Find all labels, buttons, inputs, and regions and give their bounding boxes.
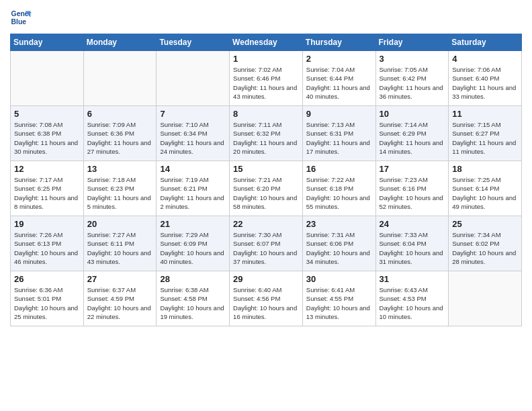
day-info: Sunrise: 7:14 AM Sunset: 6:29 PM Dayligh… bbox=[380, 120, 445, 156]
calendar-day-cell: 21Sunrise: 7:29 AM Sunset: 6:09 PM Dayli… bbox=[157, 216, 230, 271]
day-number: 22 bbox=[233, 219, 299, 229]
day-number: 2 bbox=[306, 54, 372, 64]
day-number: 15 bbox=[233, 164, 299, 174]
day-number: 14 bbox=[160, 164, 226, 174]
day-info: Sunrise: 7:10 AM Sunset: 6:34 PM Dayligh… bbox=[160, 120, 226, 156]
day-number: 9 bbox=[306, 109, 372, 119]
weekday-header: Saturday bbox=[449, 34, 522, 51]
day-info: Sunrise: 6:36 AM Sunset: 5:01 PM Dayligh… bbox=[14, 285, 80, 321]
weekday-header: Friday bbox=[375, 34, 449, 51]
calendar-day-cell: 1Sunrise: 7:02 AM Sunset: 6:46 PM Daylig… bbox=[230, 51, 303, 106]
calendar-day-cell: 10Sunrise: 7:14 AM Sunset: 6:29 PM Dayli… bbox=[375, 106, 449, 161]
calendar-day-cell: 6Sunrise: 7:09 AM Sunset: 6:36 PM Daylig… bbox=[83, 106, 157, 161]
weekday-header: Monday bbox=[83, 34, 157, 51]
weekday-header: Sunday bbox=[11, 34, 84, 51]
calendar-day-cell bbox=[11, 51, 84, 106]
day-number: 27 bbox=[87, 274, 153, 284]
day-info: Sunrise: 7:27 AM Sunset: 6:11 PM Dayligh… bbox=[87, 230, 153, 266]
logo-icon: General Blue bbox=[10, 7, 32, 28]
day-number: 31 bbox=[380, 274, 445, 284]
calendar-day-cell: 20Sunrise: 7:27 AM Sunset: 6:11 PM Dayli… bbox=[83, 216, 157, 271]
calendar-day-cell: 25Sunrise: 7:34 AM Sunset: 6:02 PM Dayli… bbox=[449, 216, 522, 271]
day-info: Sunrise: 7:11 AM Sunset: 6:32 PM Dayligh… bbox=[233, 120, 299, 156]
day-number: 3 bbox=[380, 54, 445, 64]
day-info: Sunrise: 7:02 AM Sunset: 6:46 PM Dayligh… bbox=[233, 65, 299, 101]
calendar-day-cell: 4Sunrise: 7:06 AM Sunset: 6:40 PM Daylig… bbox=[449, 51, 522, 106]
day-info: Sunrise: 6:38 AM Sunset: 4:58 PM Dayligh… bbox=[160, 285, 226, 321]
day-number: 24 bbox=[380, 219, 445, 229]
day-number: 21 bbox=[160, 219, 226, 229]
calendar-day-cell: 14Sunrise: 7:19 AM Sunset: 6:21 PM Dayli… bbox=[157, 161, 230, 216]
day-info: Sunrise: 7:22 AM Sunset: 6:18 PM Dayligh… bbox=[306, 175, 372, 211]
day-info: Sunrise: 7:30 AM Sunset: 6:07 PM Dayligh… bbox=[233, 230, 299, 266]
calendar-page: General Blue SundayMondayTuesdayWednesda… bbox=[0, 0, 532, 411]
day-number: 28 bbox=[160, 274, 226, 284]
calendar-day-cell: 7Sunrise: 7:10 AM Sunset: 6:34 PM Daylig… bbox=[157, 106, 230, 161]
day-number: 12 bbox=[14, 164, 80, 174]
day-info: Sunrise: 7:26 AM Sunset: 6:13 PM Dayligh… bbox=[14, 230, 80, 266]
calendar-day-cell: 11Sunrise: 7:15 AM Sunset: 6:27 PM Dayli… bbox=[449, 106, 522, 161]
calendar-week-row: 19Sunrise: 7:26 AM Sunset: 6:13 PM Dayli… bbox=[11, 216, 522, 271]
day-info: Sunrise: 6:41 AM Sunset: 4:55 PM Dayligh… bbox=[306, 285, 372, 321]
calendar-day-cell: 16Sunrise: 7:22 AM Sunset: 6:18 PM Dayli… bbox=[302, 161, 375, 216]
day-number: 11 bbox=[452, 109, 518, 119]
calendar-week-row: 5Sunrise: 7:08 AM Sunset: 6:38 PM Daylig… bbox=[11, 106, 522, 161]
calendar-day-cell: 27Sunrise: 6:37 AM Sunset: 4:59 PM Dayli… bbox=[83, 271, 157, 326]
day-info: Sunrise: 7:25 AM Sunset: 6:14 PM Dayligh… bbox=[452, 175, 518, 211]
weekday-header: Wednesday bbox=[230, 34, 303, 51]
calendar-day-cell: 29Sunrise: 6:40 AM Sunset: 4:56 PM Dayli… bbox=[230, 271, 303, 326]
calendar-header-row: SundayMondayTuesdayWednesdayThursdayFrid… bbox=[11, 34, 522, 51]
day-info: Sunrise: 6:43 AM Sunset: 4:53 PM Dayligh… bbox=[380, 285, 445, 321]
calendar-week-row: 12Sunrise: 7:17 AM Sunset: 6:25 PM Dayli… bbox=[11, 161, 522, 216]
calendar-day-cell: 17Sunrise: 7:23 AM Sunset: 6:16 PM Dayli… bbox=[375, 161, 449, 216]
calendar-day-cell: 5Sunrise: 7:08 AM Sunset: 6:38 PM Daylig… bbox=[11, 106, 84, 161]
day-info: Sunrise: 7:33 AM Sunset: 6:04 PM Dayligh… bbox=[380, 230, 445, 266]
calendar-day-cell bbox=[449, 271, 522, 326]
weekday-header: Thursday bbox=[302, 34, 375, 51]
calendar-day-cell: 26Sunrise: 6:36 AM Sunset: 5:01 PM Dayli… bbox=[11, 271, 84, 326]
day-info: Sunrise: 7:08 AM Sunset: 6:38 PM Dayligh… bbox=[14, 120, 80, 156]
calendar-day-cell: 24Sunrise: 7:33 AM Sunset: 6:04 PM Dayli… bbox=[375, 216, 449, 271]
day-number: 1 bbox=[233, 54, 299, 64]
day-number: 5 bbox=[14, 109, 80, 119]
calendar-day-cell bbox=[157, 51, 230, 106]
calendar-day-cell: 9Sunrise: 7:13 AM Sunset: 6:31 PM Daylig… bbox=[302, 106, 375, 161]
day-number: 16 bbox=[306, 164, 372, 174]
header: General Blue bbox=[10, 7, 522, 28]
calendar-day-cell: 3Sunrise: 7:05 AM Sunset: 6:42 PM Daylig… bbox=[375, 51, 449, 106]
day-info: Sunrise: 6:40 AM Sunset: 4:56 PM Dayligh… bbox=[233, 285, 299, 321]
calendar-week-row: 1Sunrise: 7:02 AM Sunset: 6:46 PM Daylig… bbox=[11, 51, 522, 106]
day-info: Sunrise: 7:21 AM Sunset: 6:20 PM Dayligh… bbox=[233, 175, 299, 211]
day-number: 6 bbox=[87, 109, 153, 119]
calendar-day-cell: 19Sunrise: 7:26 AM Sunset: 6:13 PM Dayli… bbox=[11, 216, 84, 271]
calendar-day-cell: 8Sunrise: 7:11 AM Sunset: 6:32 PM Daylig… bbox=[230, 106, 303, 161]
day-info: Sunrise: 7:34 AM Sunset: 6:02 PM Dayligh… bbox=[452, 230, 518, 266]
day-number: 7 bbox=[160, 109, 226, 119]
calendar-day-cell: 18Sunrise: 7:25 AM Sunset: 6:14 PM Dayli… bbox=[449, 161, 522, 216]
day-info: Sunrise: 7:17 AM Sunset: 6:25 PM Dayligh… bbox=[14, 175, 80, 211]
weekday-header: Tuesday bbox=[157, 34, 230, 51]
day-info: Sunrise: 7:09 AM Sunset: 6:36 PM Dayligh… bbox=[87, 120, 153, 156]
calendar-day-cell: 30Sunrise: 6:41 AM Sunset: 4:55 PM Dayli… bbox=[302, 271, 375, 326]
calendar-day-cell: 12Sunrise: 7:17 AM Sunset: 6:25 PM Dayli… bbox=[11, 161, 84, 216]
day-info: Sunrise: 7:29 AM Sunset: 6:09 PM Dayligh… bbox=[160, 230, 226, 266]
day-info: Sunrise: 7:31 AM Sunset: 6:06 PM Dayligh… bbox=[306, 230, 372, 266]
day-number: 18 bbox=[452, 164, 518, 174]
day-info: Sunrise: 7:13 AM Sunset: 6:31 PM Dayligh… bbox=[306, 120, 372, 156]
day-number: 8 bbox=[233, 109, 299, 119]
svg-text:Blue: Blue bbox=[11, 18, 27, 26]
day-info: Sunrise: 7:19 AM Sunset: 6:21 PM Dayligh… bbox=[160, 175, 226, 211]
day-number: 26 bbox=[14, 274, 80, 284]
day-number: 4 bbox=[452, 54, 518, 64]
calendar-week-row: 26Sunrise: 6:36 AM Sunset: 5:01 PM Dayli… bbox=[11, 271, 522, 326]
calendar-day-cell: 13Sunrise: 7:18 AM Sunset: 6:23 PM Dayli… bbox=[83, 161, 157, 216]
logo: General Blue bbox=[10, 7, 34, 28]
calendar-day-cell: 2Sunrise: 7:04 AM Sunset: 6:44 PM Daylig… bbox=[302, 51, 375, 106]
day-info: Sunrise: 7:15 AM Sunset: 6:27 PM Dayligh… bbox=[452, 120, 518, 156]
day-number: 20 bbox=[87, 219, 153, 229]
calendar-day-cell: 23Sunrise: 7:31 AM Sunset: 6:06 PM Dayli… bbox=[302, 216, 375, 271]
day-info: Sunrise: 7:23 AM Sunset: 6:16 PM Dayligh… bbox=[380, 175, 445, 211]
calendar-day-cell: 28Sunrise: 6:38 AM Sunset: 4:58 PM Dayli… bbox=[157, 271, 230, 326]
day-number: 25 bbox=[452, 219, 518, 229]
day-info: Sunrise: 7:05 AM Sunset: 6:42 PM Dayligh… bbox=[380, 65, 445, 101]
